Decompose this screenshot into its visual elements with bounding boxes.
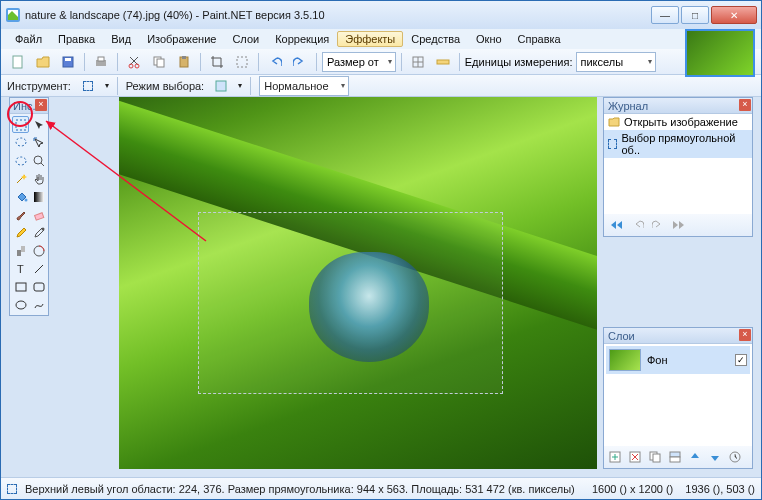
- svg-rect-23: [34, 212, 43, 219]
- forward-icon[interactable]: [672, 219, 686, 231]
- units-combo[interactable]: пикселы: [576, 52, 656, 72]
- svg-point-24: [41, 227, 44, 230]
- print-button[interactable]: [90, 51, 112, 73]
- menu-image[interactable]: Изображение: [139, 31, 224, 47]
- maximize-button[interactable]: □: [681, 6, 709, 24]
- layer-row[interactable]: Фон ✓: [606, 346, 750, 374]
- tool-rrect[interactable]: [30, 278, 47, 295]
- save-button[interactable]: [57, 51, 79, 73]
- tool-freeform[interactable]: [30, 296, 47, 313]
- cut-button[interactable]: [123, 51, 145, 73]
- status-cursor: 1936 (), 503 (): [685, 483, 755, 495]
- minimize-button[interactable]: —: [651, 6, 679, 24]
- duplicate-layer-icon[interactable]: [648, 450, 662, 464]
- menu-view[interactable]: Вид: [103, 31, 139, 47]
- redo-icon[interactable]: [652, 219, 664, 231]
- tool-bucket[interactable]: [12, 188, 29, 205]
- layer-visible-checkbox[interactable]: ✓: [735, 354, 747, 366]
- tool-move-sel[interactable]: [30, 134, 47, 151]
- delete-layer-icon[interactable]: [628, 450, 642, 464]
- crop-button[interactable]: [206, 51, 228, 73]
- menu-correction[interactable]: Коррекция: [267, 31, 337, 47]
- tool-ellipse[interactable]: [12, 296, 29, 313]
- close-icon[interactable]: ×: [35, 99, 47, 111]
- mode-label: Режим выбора:: [126, 80, 204, 92]
- history-item[interactable]: Выбор прямоугольной об..: [604, 130, 752, 158]
- tool-rect[interactable]: [12, 278, 29, 295]
- selection-marquee[interactable]: [198, 212, 503, 394]
- svg-rect-30: [34, 283, 44, 291]
- tool-gradient[interactable]: [30, 188, 47, 205]
- app-window: nature & landscape (74).jpg (40%) - Pain…: [0, 0, 762, 500]
- svg-rect-37: [670, 452, 680, 457]
- status-imgsize: 1600 () x 1200 (): [592, 483, 673, 495]
- svg-rect-29: [16, 283, 26, 291]
- tool-line[interactable]: [30, 260, 47, 277]
- menu-tools[interactable]: Средства: [403, 31, 468, 47]
- undo-button[interactable]: [264, 51, 286, 73]
- tool-rect-select[interactable]: [12, 116, 29, 133]
- undo-icon[interactable]: [632, 219, 644, 231]
- svg-rect-38: [670, 457, 680, 462]
- menu-effects[interactable]: Эффекты: [337, 31, 403, 47]
- deselect-button[interactable]: [231, 51, 253, 73]
- mode-combo[interactable]: Нормальное: [259, 76, 349, 96]
- svg-rect-15: [437, 60, 449, 64]
- paste-button[interactable]: [173, 51, 195, 73]
- window-title: nature & landscape (74).jpg (40%) - Pain…: [25, 9, 649, 21]
- titlebar[interactable]: nature & landscape (74).jpg (40%) - Pain…: [1, 1, 761, 29]
- tool-pencil[interactable]: [12, 224, 29, 241]
- history-item[interactable]: Открыть изображение: [604, 114, 752, 130]
- grid-button[interactable]: [407, 51, 429, 73]
- mode-replace-icon[interactable]: [210, 75, 232, 97]
- menu-edit[interactable]: Правка: [50, 31, 103, 47]
- tool-magic-wand[interactable]: [12, 170, 29, 187]
- ruler-button[interactable]: [432, 51, 454, 73]
- redo-button[interactable]: [289, 51, 311, 73]
- copy-button[interactable]: [148, 51, 170, 73]
- tool-pan[interactable]: [30, 170, 47, 187]
- tool-brush[interactable]: [12, 206, 29, 223]
- properties-icon[interactable]: [728, 450, 742, 464]
- current-tool-button[interactable]: [77, 75, 99, 97]
- tool-text[interactable]: T: [12, 260, 29, 277]
- navigator-thumbnail[interactable]: [685, 29, 755, 77]
- menu-file[interactable]: Файл: [7, 31, 50, 47]
- history-panel-header[interactable]: Журнал×: [604, 98, 752, 114]
- tool-eraser[interactable]: [30, 206, 47, 223]
- svg-rect-26: [21, 246, 25, 252]
- merge-down-icon[interactable]: [668, 450, 682, 464]
- statusbar: Верхний левый угол области: 224, 376. Ра…: [1, 477, 761, 499]
- tool-move[interactable]: [30, 116, 47, 133]
- menu-layers[interactable]: Слои: [224, 31, 267, 47]
- menu-help[interactable]: Справка: [510, 31, 569, 47]
- tool-lasso[interactable]: [12, 134, 29, 151]
- menu-window[interactable]: Окно: [468, 31, 510, 47]
- tools-panel-header[interactable]: Инс...×: [10, 98, 48, 114]
- move-up-icon[interactable]: [688, 450, 702, 464]
- close-icon[interactable]: ×: [739, 329, 751, 341]
- close-icon[interactable]: ×: [739, 99, 751, 111]
- history-panel[interactable]: Журнал× Открыть изображение Выбор прямоу…: [603, 97, 753, 237]
- size-combo[interactable]: Размер от: [322, 52, 396, 72]
- add-layer-icon[interactable]: [608, 450, 622, 464]
- tool-zoom[interactable]: [30, 152, 47, 169]
- layers-panel[interactable]: Слои× Фон ✓: [603, 327, 753, 469]
- svg-rect-16: [216, 81, 226, 91]
- move-down-icon[interactable]: [708, 450, 722, 464]
- tool-picker[interactable]: [30, 224, 47, 241]
- tool-recolor[interactable]: [30, 242, 47, 259]
- svg-text:T: T: [17, 263, 24, 275]
- open-icon: [608, 116, 620, 128]
- new-button[interactable]: [7, 51, 29, 73]
- layers-panel-header[interactable]: Слои×: [604, 328, 752, 344]
- open-button[interactable]: [32, 51, 54, 73]
- close-button[interactable]: ✕: [711, 6, 757, 24]
- tool-clone[interactable]: [12, 242, 29, 259]
- svg-rect-4: [65, 58, 71, 61]
- toolbar-secondary: Инструмент: ▾ Режим выбора: ▾ Нормальное: [1, 75, 761, 97]
- tools-panel[interactable]: Инс...× T: [9, 97, 49, 316]
- rewind-icon[interactable]: [610, 219, 624, 231]
- app-icon: [5, 7, 21, 23]
- tool-ellipse-sel[interactable]: [12, 152, 29, 169]
